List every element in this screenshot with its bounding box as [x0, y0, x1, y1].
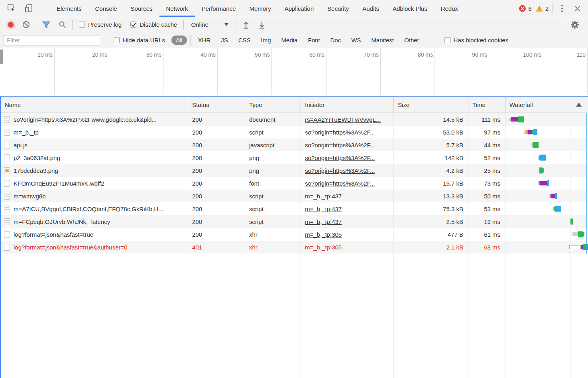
type-filter-font[interactable]: Font: [303, 36, 324, 45]
initiator-link[interactable]: m=_b,_tp:305: [305, 231, 342, 238]
time-cell: 97 ms: [468, 126, 505, 139]
request-row[interactable]: so?origin=https%3A%2F%2Fwww.google.co.uk…: [1, 113, 588, 126]
column-header-initiator[interactable]: Initiator: [301, 97, 394, 113]
waterfall-segment-blue: [533, 129, 537, 135]
type-filter-xhr[interactable]: XHR: [194, 36, 215, 45]
checkbox-icon[interactable]: [79, 22, 85, 28]
waterfall-cell: [505, 177, 588, 190]
type-filter-other[interactable]: Other: [400, 36, 424, 45]
request-name: log?format=json&hasfast=true&authuser=0: [14, 244, 128, 251]
network-overview-timeline[interactable]: 10 ms20 ms30 ms40 ms50 ms60 ms70 ms80 ms…: [0, 48, 588, 96]
tab-console[interactable]: Console: [88, 0, 124, 17]
overview-tick-line: [163, 48, 163, 95]
overview-tick-label: 100 ms: [523, 51, 541, 58]
waterfall-cell: [505, 139, 588, 151]
tab-adblock-plus[interactable]: Adblock Plus: [386, 0, 434, 17]
export-har-icon[interactable]: [256, 19, 268, 31]
kebab-menu-icon[interactable]: [557, 2, 567, 14]
type-cell: script: [245, 202, 301, 215]
type-cell: font: [245, 177, 301, 190]
request-row[interactable]: m=A7fCU,BVgquf,CBlRxf,COQbmf,EFQ78c,GkRi…: [1, 202, 588, 215]
domcontentloaded-line: [586, 113, 587, 253]
preserve-log-checkbox[interactable]: Preserve log: [77, 21, 124, 28]
tab-application[interactable]: Application: [278, 0, 321, 17]
request-row[interactable]: api.js200javascriptso?origin=https%3A%2F…: [1, 139, 588, 151]
time-cell: 50 ms: [468, 190, 505, 202]
column-header-waterfall[interactable]: Waterfall: [505, 97, 588, 113]
type-filter-doc[interactable]: Doc: [326, 36, 345, 45]
column-header-status[interactable]: Status: [188, 97, 245, 113]
overview-grip[interactable]: [0, 49, 3, 64]
request-name: so?origin=https%3A%2F%2Fwww.google.co.uk…: [14, 116, 157, 123]
tab-performance[interactable]: Performance: [195, 0, 243, 17]
checkbox-icon[interactable]: [130, 22, 136, 28]
warning-badge[interactable]: 2: [536, 5, 549, 12]
initiator-link[interactable]: m=_b,_tp:437: [305, 218, 342, 225]
request-row[interactable]: m=wmwg8b200scriptm=_b,_tp:43713.3 kB50 m…: [1, 190, 588, 202]
hide-data-urls-checkbox[interactable]: Hide data URLs: [111, 37, 167, 44]
size-cell: 4.2 kB: [394, 164, 468, 177]
request-row[interactable]: m=FCpbqb,OJUrvb,WhJNk,_latency200scriptm…: [1, 215, 588, 228]
tab-elements[interactable]: Elements: [50, 0, 88, 17]
tab-sources[interactable]: Sources: [124, 0, 159, 17]
initiator-link[interactable]: so?origin=https%3A%2F...: [305, 154, 375, 161]
waterfall-cell: [505, 190, 588, 202]
initiator-link[interactable]: m=_b,_tp:305: [305, 244, 342, 251]
initiator-link[interactable]: m=_b,_tp:437: [305, 206, 342, 212]
size-cell: 2.5 kB: [394, 215, 468, 228]
type-filter-img[interactable]: Img: [257, 36, 275, 45]
toolbar-divider: [236, 20, 236, 30]
type-filter-media[interactable]: Media: [277, 36, 302, 45]
column-header-time[interactable]: Time: [468, 97, 505, 113]
throttling-dropdown[interactable]: Online: [188, 21, 232, 28]
close-devtools-icon[interactable]: [571, 2, 583, 14]
search-icon[interactable]: [56, 19, 68, 31]
inspect-element-icon[interactable]: [6, 2, 18, 14]
tab-redux[interactable]: Redux: [434, 0, 465, 17]
column-header-name[interactable]: Name: [1, 97, 188, 113]
device-toolbar-icon[interactable]: [23, 2, 35, 14]
clear-icon[interactable]: [20, 19, 32, 31]
column-header-size[interactable]: Size: [394, 97, 468, 113]
request-name: api.js: [14, 142, 28, 148]
request-row[interactable]: m=_b,_tp200scriptso?origin=https%3A%2F..…: [1, 126, 588, 139]
checkbox-icon[interactable]: [114, 37, 120, 43]
initiator-link[interactable]: so?origin=https%3A%2F...: [305, 180, 375, 187]
request-row[interactable]: log?format=json&hasfast=true200xhrm=_b,_…: [1, 228, 588, 241]
column-header-label: Size: [398, 101, 409, 108]
request-name: log?format=json&hasfast=true: [14, 231, 93, 238]
record-icon[interactable]: [8, 22, 14, 28]
request-row[interactable]: p2_3a0632af.png200pngso?origin=https%3A%…: [1, 151, 588, 164]
checkbox-icon[interactable]: [444, 37, 450, 43]
tab-network[interactable]: Network: [159, 0, 195, 17]
type-filter-css[interactable]: CSS: [234, 36, 255, 45]
error-badge[interactable]: 6: [519, 5, 531, 12]
type-filter-manifest[interactable]: Manifest: [367, 36, 398, 45]
initiator-link[interactable]: m=_b,_tp:437: [305, 193, 342, 200]
type-filter-js[interactable]: JS: [216, 36, 232, 45]
initiator-link[interactable]: so?origin=https%3A%2F...: [305, 142, 375, 148]
import-har-icon[interactable]: [240, 19, 252, 31]
request-row[interactable]: log?format=json&hasfast=true&authuser=04…: [1, 241, 588, 253]
request-row[interactable]: 17bdcddea9.png200pngso?origin=https%3A%2…: [1, 164, 588, 177]
tab-security[interactable]: Security: [321, 0, 356, 17]
column-header-label: Type: [249, 101, 262, 108]
disable-cache-checkbox[interactable]: Disable cache: [128, 21, 179, 28]
settings-gear-icon[interactable]: [569, 19, 581, 31]
type-filter-all[interactable]: All: [171, 36, 187, 45]
overview-tick-label: 10 ms: [37, 51, 53, 58]
filter-input[interactable]: [3, 35, 100, 46]
initiator-link[interactable]: rs=AA2YrTuEWDFwVyvgL...: [305, 116, 381, 123]
status-cell: 200: [188, 126, 245, 139]
resource-type-filters: AllXHRJSCSSImgMediaFontDocWSManifestOthe…: [171, 35, 424, 46]
column-header-type[interactable]: Type: [245, 97, 301, 113]
request-row[interactable]: KFOmCnqEu92Fr1Mu4mxK.woff2200fontso?orig…: [1, 177, 588, 190]
initiator-link[interactable]: so?origin=https%3A%2F...: [305, 167, 375, 174]
filter-divider: [190, 35, 191, 46]
tab-memory[interactable]: Memory: [243, 0, 278, 17]
tab-audits[interactable]: Audits: [356, 0, 386, 17]
type-filter-ws[interactable]: WS: [347, 36, 365, 45]
has-blocked-cookies-checkbox[interactable]: Has blocked cookies: [442, 37, 511, 44]
filter-icon[interactable]: [40, 19, 52, 31]
initiator-link[interactable]: so?origin=https%3A%2F...: [305, 129, 375, 136]
